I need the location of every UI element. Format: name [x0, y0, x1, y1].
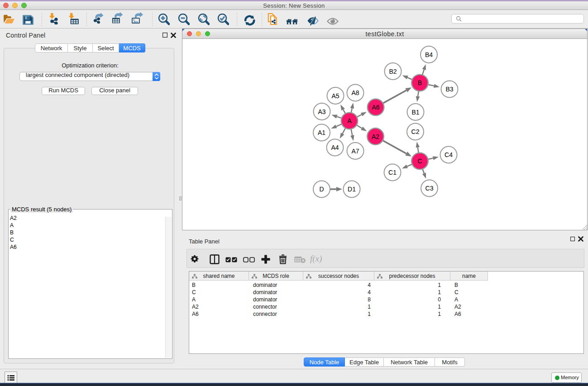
svg-text:D1: D1	[348, 186, 356, 193]
svg-text:C: C	[417, 157, 422, 165]
svg-text:A3: A3	[318, 108, 325, 115]
svg-text:A2: A2	[372, 133, 379, 140]
svg-text:B3: B3	[445, 86, 453, 93]
svg-text:A6: A6	[372, 104, 379, 111]
svg-text:C3: C3	[425, 185, 434, 192]
svg-text:B4: B4	[425, 51, 433, 58]
svg-text:B: B	[418, 79, 422, 86]
svg-text:A5: A5	[331, 92, 339, 100]
svg-text:B2: B2	[389, 68, 397, 75]
svg-text:C2: C2	[411, 128, 420, 135]
svg-text:A4: A4	[331, 144, 339, 151]
svg-text:C1: C1	[388, 169, 397, 176]
svg-text:A7: A7	[351, 148, 359, 155]
svg-text:A8: A8	[351, 89, 359, 96]
svg-text:A: A	[347, 117, 352, 124]
svg-text:B1: B1	[411, 109, 419, 116]
svg-text:D: D	[319, 186, 324, 193]
svg-text:A1: A1	[318, 129, 325, 136]
svg-text:C4: C4	[445, 151, 453, 158]
